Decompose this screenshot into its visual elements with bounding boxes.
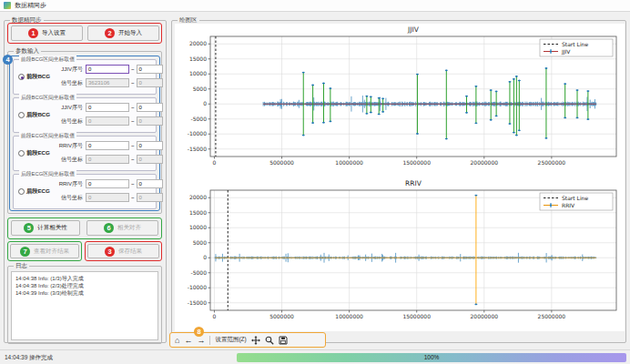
signal-coord-from-input: 0 [86, 155, 129, 164]
svg-text:15000000: 15000000 [402, 159, 431, 166]
back-icon[interactable]: ← [184, 334, 192, 347]
row-label: 信号坐标 [56, 117, 83, 126]
svg-text:0: 0 [203, 100, 207, 106]
svg-text:-15000: -15000 [188, 299, 207, 306]
radio-label: 后段ECG [26, 187, 50, 196]
params-group-title: 参数输入 [14, 47, 41, 55]
svg-text:-10000: -10000 [188, 284, 207, 290]
app-icon [4, 2, 11, 9]
plot-toolbar: ⌂ ← → 设置范围(Z) [169, 332, 326, 348]
svg-text:Start Line: Start Line [562, 195, 588, 201]
pan-icon[interactable] [251, 336, 260, 345]
row-label: 信号坐标 [56, 156, 83, 164]
row-label: RRIV序号 [56, 142, 83, 150]
svg-text:10000000: 10000000 [335, 313, 363, 319]
svg-text:25000000: 25000000 [538, 313, 566, 319]
svg-text:JJIV: JJIV [561, 48, 571, 56]
jjiv-index-to-input[interactable]: 0 [137, 65, 163, 74]
section-front-ecg: 前段ECG区间坐标取值 前段ECG RRIV序号 0 ~ 0 信号坐标 0 ~ … [13, 136, 157, 171]
signal-coord-to-input: 0 [137, 193, 163, 202]
svg-text:-15000: -15000 [188, 146, 207, 152]
svg-text:15000000: 15000000 [402, 313, 431, 319]
rriv-index-from-input[interactable]: 0 [86, 141, 129, 150]
rriv-index-to-input[interactable]: 0 [137, 141, 163, 150]
radio-icon [18, 74, 25, 80]
radio-icon [18, 188, 25, 195]
svg-text:20000: 20000 [189, 194, 207, 200]
radio-rear-ecg[interactable]: 后段ECG [18, 187, 50, 196]
radio-front-ecg[interactable]: 前段ECG [18, 149, 50, 157]
radio-icon [18, 150, 25, 157]
correlation-align-label: 相关对齐 [117, 224, 141, 232]
view-align-result-button[interactable]: 7 查看对齐结果 [10, 244, 79, 258]
save-result-button[interactable]: 3 保存结果 [87, 244, 159, 258]
range-tilde: ~ [131, 80, 135, 86]
svg-text:5000000: 5000000 [269, 313, 294, 319]
jjiv-index-to-input[interactable]: 0 [137, 103, 163, 112]
save-icon[interactable] [279, 336, 288, 345]
rriv-chart[interactable]: RRIV050000001000000015000000200000002500… [176, 178, 624, 329]
toolbar-separator [209, 336, 210, 345]
range-tilde: ~ [131, 105, 135, 110]
compute-correlation-label: 计算相关性 [37, 224, 67, 232]
correlation-align-button[interactable]: 6 相关对齐 [86, 220, 158, 236]
signal-coord-from-input: 3623106 [86, 78, 129, 87]
status-bar: 14:04:39 操作完成 100% [0, 349, 630, 364]
section-title: 后段ECG区间坐标取值 [19, 170, 76, 177]
rriv-index-to-input[interactable]: 0 [137, 179, 163, 188]
svg-text:10000000: 10000000 [335, 159, 363, 166]
set-range-label[interactable]: 设置范围(Z) [215, 336, 246, 344]
section-title: 后段BCG区间坐标取值 [19, 94, 76, 101]
log-line: 14:04:39 Info: (3/3)绘制完成 [15, 289, 158, 297]
annotation-2: 2 [105, 28, 115, 38]
rriv-index-from-input[interactable]: 0 [86, 179, 129, 188]
import-settings-button[interactable]: 1 导入设置 [11, 25, 83, 41]
window-titlebar: 数据精同步 [0, 0, 630, 12]
start-import-label: 开始导入 [118, 29, 142, 37]
home-icon[interactable]: ⌂ [175, 334, 179, 347]
svg-text:20000000: 20000000 [471, 313, 499, 319]
svg-text:-10000: -10000 [188, 130, 207, 136]
radio-front-bcg[interactable]: 前段BCG [18, 73, 50, 81]
radio-label: 后段BCG [26, 111, 50, 119]
range-tilde: ~ [131, 181, 135, 187]
annotation-5: 5 [24, 223, 34, 233]
range-tilde: ~ [131, 195, 135, 200]
section-front-bcg: 前段BCG区间坐标取值 前段BCG JJIV序号 0 ~ 0 信号坐标 3623… [13, 59, 157, 95]
log-list[interactable]: 14:04:38 Info: (1/3)导入完成 14:04:38 Info: … [11, 271, 158, 340]
radio-rear-bcg[interactable]: 后段BCG [18, 111, 50, 119]
svg-text:20000000: 20000000 [471, 159, 499, 166]
svg-text:RRIV: RRIV [562, 202, 575, 208]
compute-correlation-button[interactable]: 5 计算相关性 [11, 220, 80, 236]
window-title: 数据精同步 [15, 1, 46, 10]
annotation-1: 1 [28, 28, 38, 38]
start-import-button[interactable]: 2 开始导入 [87, 25, 159, 41]
svg-text:5000000: 5000000 [269, 159, 294, 166]
row-label: JJIV序号 [56, 66, 83, 74]
zoom-icon[interactable] [265, 336, 274, 345]
range-tilde: ~ [131, 143, 135, 148]
section-title: 前段BCG区间坐标取值 [19, 56, 76, 63]
svg-text:15000: 15000 [189, 56, 207, 62]
svg-text:25000000: 25000000 [538, 159, 566, 166]
jjiv-index-from-input[interactable]: 0 [86, 103, 129, 112]
svg-text:JJIV: JJIV [407, 25, 420, 34]
view-align-result-label: 查看对齐结果 [34, 248, 69, 256]
svg-text:20000: 20000 [189, 40, 207, 46]
annotation-6: 6 [104, 223, 114, 233]
log-group-title: 日志 [14, 262, 29, 269]
svg-text:Start Line: Start Line [562, 41, 588, 47]
jjiv-index-from-input[interactable]: 0 [86, 65, 129, 74]
annotation-3: 3 [105, 247, 115, 257]
svg-text:10000: 10000 [189, 224, 207, 230]
row-label: 信号坐标 [56, 194, 83, 202]
row-label: RRIV序号 [56, 180, 83, 188]
svg-text:RRIV: RRIV [405, 179, 422, 187]
range-tilde: ~ [131, 118, 135, 124]
signal-coord-to-input: 0 [137, 155, 163, 164]
row-label: 信号坐标 [56, 79, 83, 87]
annotation-7: 7 [20, 247, 30, 257]
row-label: JJIV序号 [56, 104, 83, 112]
jjiv-chart[interactable]: JJIV050000001000000015000000200000002500… [176, 25, 624, 177]
annotation-4: 4 [3, 55, 13, 65]
